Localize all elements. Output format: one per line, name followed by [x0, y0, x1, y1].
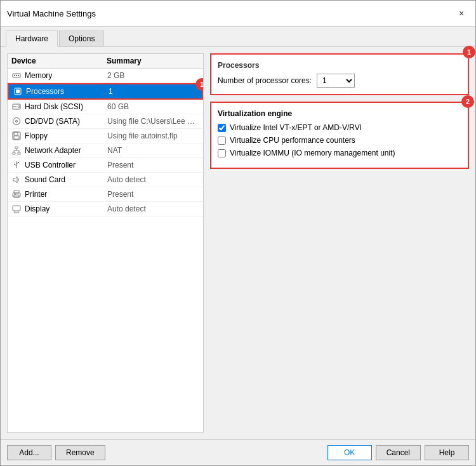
printer-icon [11, 189, 22, 199]
device-name: Printer [25, 190, 107, 199]
device-summary: 1 [109, 87, 198, 96]
device-name: USB Controller [25, 161, 107, 170]
network-icon [11, 145, 22, 156]
list-item[interactable]: Memory 2 GB [8, 69, 203, 83]
iommu-label: Virtualize IOMMU (IO memory management u… [230, 149, 395, 157]
bottom-right-buttons: OK Cancel Help [327, 445, 469, 460]
window-title: Virtual Machine Settings [7, 9, 96, 18]
processor-cores-row: Number of processor cores: 1 2 4 8 [218, 74, 461, 88]
list-item[interactable]: Floppy Using file autoinst.flp [8, 129, 203, 143]
device-summary: Auto detect [107, 204, 199, 213]
svg-point-16 [16, 121, 18, 123]
remove-button[interactable]: Remove [55, 445, 105, 460]
list-item[interactable]: Network Adapter NAT [8, 143, 203, 158]
device-summary: Using file C:\Users\Lee Wah ... [107, 117, 196, 126]
ok-button[interactable]: OK [327, 445, 372, 460]
list-item[interactable]: Hard Disk (SCSI) 60 GB [8, 100, 203, 114]
svg-point-30 [18, 162, 19, 163]
device-name: Hard Disk (SCSI) [25, 102, 107, 111]
processors-title: Processors [218, 61, 461, 70]
title-bar: Virtual Machine Settings × [1, 1, 475, 27]
virt-engine-section: Virtualization engine Virtualize Intel V… [210, 102, 469, 169]
usb-icon [11, 160, 22, 170]
svg-rect-22 [18, 152, 20, 154]
badge-virt: 2 [461, 95, 474, 108]
virt-engine-section-wrap: Virtualization engine Virtualize Intel V… [210, 102, 469, 169]
svg-rect-2 [16, 75, 17, 76]
device-name: Display [25, 204, 107, 213]
tab-options[interactable]: Options [59, 30, 104, 46]
svg-rect-31 [14, 164, 15, 166]
display-icon [11, 204, 22, 214]
col-device-header: Device [11, 57, 107, 65]
cddvd-icon [11, 116, 22, 126]
processors-section-wrap: Processors Number of processor cores: 1 … [210, 53, 469, 95]
col-summary-header: Summary [107, 57, 199, 65]
device-name: CD/DVD (SATA) [25, 117, 107, 126]
device-summary: NAT [107, 146, 199, 155]
svg-point-15 [13, 118, 20, 125]
device-summary: 60 GB [107, 102, 199, 111]
device-name: Network Adapter [25, 146, 107, 155]
floppy-icon [11, 131, 22, 141]
badge-processors: 1 [463, 46, 475, 58]
list-item[interactable]: Sound Card Auto detect [8, 173, 203, 187]
vtx-checkbox[interactable] [218, 124, 226, 132]
svg-rect-37 [13, 206, 20, 211]
tab-hardware[interactable]: Hardware [6, 30, 58, 47]
cancel-button[interactable]: Cancel [376, 445, 421, 460]
bottom-bar: Add... Remove OK Cancel Help [1, 439, 475, 465]
device-list: Memory 2 GB Processors 1 1 [8, 69, 203, 432]
close-button[interactable]: × [454, 6, 469, 21]
svg-rect-21 [13, 152, 15, 154]
memory-icon [11, 70, 22, 81]
add-button[interactable]: Add... [7, 445, 51, 460]
virtual-machine-settings-window: Virtual Machine Settings × Hardware Opti… [0, 0, 476, 466]
device-summary: Present [107, 161, 199, 170]
cpu-perf-label: Virtualize CPU performance counters [230, 136, 355, 145]
list-header: Device Summary [8, 54, 203, 69]
device-summary: Present [107, 190, 199, 199]
harddisk-icon [11, 102, 22, 112]
svg-rect-1 [14, 75, 15, 76]
svg-rect-5 [16, 90, 20, 93]
svg-rect-18 [14, 132, 18, 135]
virt-option-cpu-perf: Virtualize CPU performance counters [218, 136, 461, 145]
processor-icon [13, 86, 23, 97]
device-summary: Auto detect [107, 175, 199, 184]
iommu-checkbox[interactable] [218, 149, 226, 157]
sound-icon [11, 175, 22, 185]
right-panel: Processors Number of processor cores: 1 … [210, 53, 469, 433]
device-name: Sound Card [25, 175, 107, 184]
tab-bar: Hardware Options [1, 27, 475, 47]
svg-rect-3 [18, 75, 19, 76]
vtx-label: Virtualize Intel VT-x/EPT or AMD-V/RVI [230, 123, 362, 132]
help-button[interactable]: Help [425, 445, 469, 460]
svg-rect-19 [14, 136, 19, 139]
num-cores-select[interactable]: 1 2 4 8 [317, 74, 355, 88]
svg-rect-33 [14, 190, 19, 193]
cpu-perf-checkbox[interactable] [218, 136, 226, 145]
num-cores-label: Number of processor cores: [218, 76, 312, 85]
list-item[interactable]: Printer Present [8, 187, 203, 202]
device-name: Floppy [25, 131, 107, 140]
svg-line-38 [15, 211, 15, 213]
device-summary: Using file autoinst.flp [107, 131, 199, 140]
list-item[interactable]: Processors 1 1 [8, 83, 203, 100]
device-list-panel: Device Summary Memory 2 GB Proces [7, 53, 204, 433]
device-name: Processors [26, 87, 109, 96]
list-item[interactable]: Display Auto detect [8, 202, 203, 216]
svg-line-39 [18, 211, 18, 213]
virt-option-vtx: Virtualize Intel VT-x/EPT or AMD-V/RVI [218, 123, 461, 132]
list-item[interactable]: USB Controller Present [8, 158, 203, 173]
bottom-left-buttons: Add... Remove [7, 445, 105, 460]
device-summary: 2 GB [107, 71, 199, 80]
processors-section: Processors Number of processor cores: 1 … [210, 53, 469, 95]
svg-rect-20 [15, 147, 18, 149]
device-name: Memory [25, 71, 107, 80]
svg-point-13 [18, 106, 20, 108]
virt-engine-title: Virtualization engine [218, 109, 461, 118]
svg-marker-32 [13, 176, 17, 183]
list-item[interactable]: CD/DVD (SATA) Using file C:\Users\Lee Wa… [8, 114, 203, 129]
main-content: Device Summary Memory 2 GB Proces [1, 47, 475, 439]
